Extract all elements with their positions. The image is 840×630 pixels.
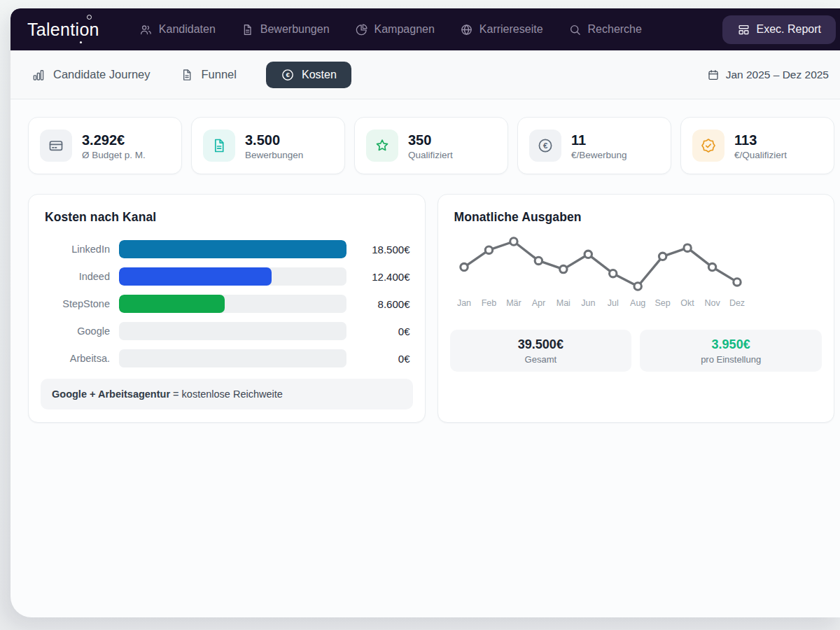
nav-item-kampagnen[interactable]: Kampagnen (344, 16, 445, 43)
data-point-aug (634, 283, 640, 290)
data-point-m-r (510, 238, 517, 245)
kpi-value: 350 (408, 132, 453, 148)
month-label: Sep (654, 298, 670, 308)
nav-item-kandidaten[interactable]: Kandidaten (129, 16, 226, 43)
nav-item-recherche[interactable]: Recherche (558, 16, 652, 43)
kpi-value: 11 (571, 132, 627, 148)
channel-row-indeed: Indeed 12.400€ (41, 267, 413, 286)
bar-track (119, 322, 346, 340)
tab-label: Funnel (202, 68, 237, 81)
monthly-spend-panel: Monatliche Ausgaben JanFebMärAprMaiJunJu… (438, 194, 835, 423)
channel-note-bold: Google + Arbeitsagentur (52, 388, 170, 400)
channel-note: Google + Arbeitsagentur = kostenlose Rei… (41, 379, 413, 410)
tab-candidate-journey[interactable]: Candidate Journey (31, 68, 150, 82)
channel-value: 8.600€ (346, 298, 413, 310)
data-point-jun (584, 251, 592, 258)
kpi-value: 113 (734, 132, 787, 148)
svg-text:€: € (543, 141, 548, 150)
tab-kosten[interactable]: €Kosten (266, 62, 351, 88)
line-chart-svg: JanFebMärAprMaiJunJulAugSepOktNovDez (451, 232, 752, 314)
users-icon (139, 23, 153, 36)
stat-label: Gesamt (525, 354, 557, 365)
bar-track (119, 267, 346, 286)
kpi-label: Qualifiziert (408, 150, 453, 160)
bar-fill-linkedin (119, 240, 346, 258)
tab-items: Candidate Journey Funnel €Kosten (31, 62, 351, 88)
nav-item-karriereseite[interactable]: Karriereseite (449, 16, 554, 43)
tab-funnel[interactable]: Funnel (180, 68, 237, 82)
bar-fill-stepstone (119, 295, 225, 313)
channel-note-rest: = kostenlose Reichweite (170, 388, 283, 400)
report-content: 3.292€ Ø Budget p. M. 3.500 Bewerbungen … (10, 99, 840, 423)
credit-card-icon (40, 130, 72, 162)
data-point-mai (559, 265, 566, 272)
kpi-card-bewerbungen: 3.500 Bewerbungen (191, 117, 345, 174)
kpi-card-qualifiziert: 113 €/Qualifiziert (680, 117, 834, 174)
channel-row-stepstone: StepStone 8.600€ (41, 295, 413, 313)
nav-item-label: Exec. Report (757, 23, 821, 36)
channel-value: 0€ (346, 353, 413, 365)
star-icon (366, 130, 398, 162)
report-tabbar: Candidate Journey Funnel €Kosten Jan 202… (10, 50, 840, 99)
kpi-card-budget-p-m: 3.292€ Ø Budget p. M. (28, 117, 182, 174)
document-icon (203, 130, 235, 162)
month-label: Apr (531, 298, 545, 308)
data-point-feb (485, 246, 492, 253)
nav-item-label: Kampagnen (374, 23, 435, 36)
bar-fill-indeed (119, 267, 272, 286)
month-label: Feb (481, 298, 496, 308)
badge-check-icon (692, 130, 724, 162)
channel-value: 0€ (346, 326, 413, 337)
channel-costs-panel: Kosten nach Kanal LinkedIn 18.500€ Indee… (28, 194, 426, 423)
nav-items: Kandidaten Bewerbungen Kampagnen Karrier… (129, 15, 836, 44)
date-range-picker[interactable]: Jan 2025 – Dez 2025 (707, 69, 830, 81)
month-label: Dez (729, 298, 744, 308)
kpi-value: 3.500 (245, 132, 303, 148)
kpi-label: €/Qualifiziert (734, 150, 787, 160)
channel-label: LinkedIn (41, 244, 119, 255)
tab-label: Kosten (302, 69, 337, 81)
month-label: Okt (680, 298, 694, 308)
stat-value: 39.500€ (518, 337, 564, 352)
month-label: Jun (581, 298, 595, 308)
app-window: Talention Kandidaten Bewerbungen Kampagn… (10, 8, 840, 617)
channel-label: StepStone (41, 298, 119, 309)
document-icon (241, 23, 254, 36)
date-range-label: Jan 2025 – Dez 2025 (726, 69, 829, 81)
monthly-stats: 39.500€ Gesamt 3.950€ pro Einstellung (450, 330, 822, 372)
monthly-line-chart: JanFebMärAprMaiJunJulAugSepOktNovDez (451, 232, 822, 314)
channel-row-linkedin: LinkedIn 18.500€ (41, 240, 413, 258)
data-point-nov (708, 263, 715, 270)
tab-label: Candidate Journey (53, 68, 150, 81)
channel-label: Google (41, 326, 119, 337)
month-label: Aug (630, 298, 645, 308)
channel-bar-chart: LinkedIn 18.500€ Indeed 12.400€ StepSton… (41, 240, 413, 368)
month-label: Jul (607, 298, 618, 308)
brand-logo[interactable]: Talention (27, 20, 99, 40)
nav-item-label: Kandidaten (159, 23, 216, 36)
data-point-jul (609, 270, 616, 277)
kpi-value: 3.292€ (82, 132, 146, 148)
bar-track (119, 295, 346, 313)
logo-bubble-o: o (79, 20, 89, 40)
kpi-label: Ø Budget p. M. (82, 150, 146, 160)
nav-item-label: Bewerbungen (260, 23, 330, 36)
channel-row-arbeitsa: Arbeitsa. 0€ (41, 349, 413, 368)
month-label: Mär (506, 298, 522, 308)
channel-value: 18.500€ (346, 244, 413, 255)
channel-value: 12.400€ (346, 271, 413, 283)
stat-pro-einstellung: 3.950€ pro Einstellung (640, 330, 822, 372)
nav-item-exec-report[interactable]: Exec. Report (722, 15, 836, 44)
bar-track (119, 349, 346, 368)
document-icon (180, 68, 194, 82)
kpi-label: Bewerbungen (245, 150, 303, 160)
kpi-card-bewerbung: € 11 €/Bewerbung (517, 117, 671, 174)
nav-item-bewerbungen[interactable]: Bewerbungen (230, 16, 340, 43)
calendar-icon (707, 69, 720, 81)
line-series (464, 241, 737, 286)
globe-icon (460, 23, 473, 36)
channel-label: Arbeitsa. (41, 353, 119, 364)
report-icon (737, 23, 750, 36)
data-point-apr (535, 257, 542, 264)
bar-track (119, 240, 346, 258)
